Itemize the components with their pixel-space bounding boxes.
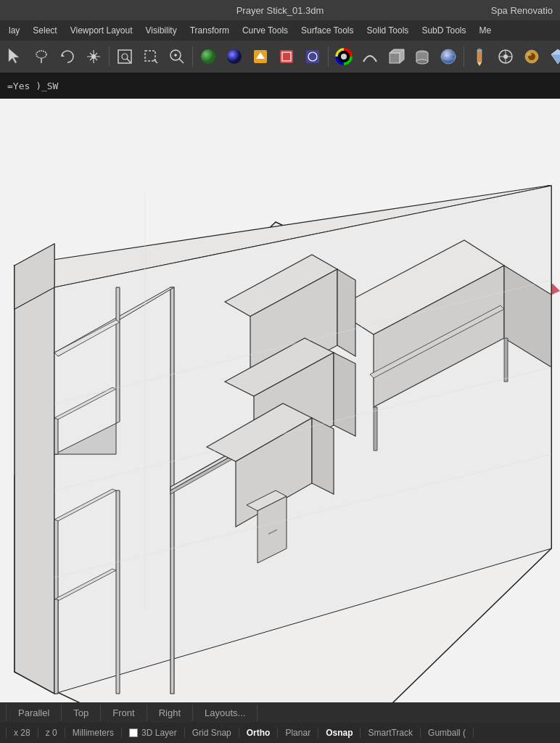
menu-item-transform[interactable]: Transform — [184, 24, 235, 37]
svg-marker-79 — [312, 418, 334, 494]
menu-item-subd-tools[interactable]: SubD Tools — [416, 24, 472, 37]
status-layer[interactable]: 3D Layer — [122, 728, 185, 738]
color-wheel-button[interactable] — [332, 44, 356, 70]
svg-line-7 — [127, 59, 131, 62]
scene-svg — [0, 99, 560, 702]
command-text: =Yes )_SW — [7, 81, 58, 91]
menu-item-visibility[interactable]: Visibility — [140, 24, 183, 37]
svg-marker-84 — [54, 418, 58, 454]
svg-rect-8 — [145, 51, 155, 61]
status-osnap[interactable]: Osnap — [318, 728, 361, 738]
status-grid-snap[interactable]: Grid Snap — [185, 728, 239, 738]
viewport-tab-top[interactable]: Top — [62, 705, 101, 721]
toolbar-separator-3 — [328, 46, 329, 67]
paint-button[interactable] — [519, 44, 544, 70]
menu-item-solid-tools[interactable]: Solid Tools — [361, 24, 415, 37]
viewport-tab-right[interactable]: Right — [147, 705, 193, 721]
status-z[interactable]: z 0 — [38, 728, 65, 738]
toolbar-separator-2 — [192, 46, 193, 67]
menu-item-lay[interactable]: lay — [3, 24, 25, 37]
material-sphere-button[interactable] — [196, 44, 221, 70]
menu-item-viewport-layout[interactable]: Viewport Layout — [65, 24, 139, 37]
svg-point-1 — [36, 51, 46, 58]
pan-button[interactable] — [81, 44, 106, 70]
status-gumball[interactable]: Gumball ( — [421, 728, 474, 738]
viewport-tab-layouts[interactable]: Layouts... — [193, 705, 258, 721]
svg-point-23 — [341, 54, 347, 59]
menubar: lay Select Viewport Layout Visibility Tr… — [0, 20, 560, 41]
svg-rect-24 — [390, 53, 400, 63]
svg-point-33 — [441, 49, 456, 64]
document-title: Prayer Stick_01.3dm — [236, 5, 324, 16]
layer-color-indicator — [129, 728, 138, 737]
layer-name: 3D Layer — [141, 728, 177, 738]
color-picker-button[interactable] — [493, 44, 518, 70]
statusbar: x 28 z 0 Millimeters 3D Layer Grid Snap … — [0, 723, 560, 743]
menu-item-surface-tools[interactable]: Surface Tools — [295, 24, 360, 37]
svg-point-30 — [416, 59, 428, 64]
svg-point-14 — [201, 49, 215, 64]
svg-marker-73 — [337, 269, 355, 356]
toolbar — [0, 41, 560, 73]
svg-marker-89 — [54, 599, 58, 694]
svg-marker-3 — [62, 54, 65, 57]
svg-point-15 — [227, 49, 242, 64]
status-units: Millimeters — [65, 728, 122, 738]
render-sphere-button[interactable] — [222, 44, 247, 70]
svg-marker-47 — [551, 49, 560, 54]
svg-point-45 — [527, 53, 532, 56]
svg-marker-56 — [15, 266, 54, 694]
secondary-title: Spa Renovatio — [491, 5, 553, 16]
zoom-extents-button[interactable] — [112, 44, 137, 70]
svg-point-6 — [122, 54, 128, 59]
zoom-window-button[interactable] — [139, 44, 163, 70]
viewport-tab-parallel[interactable]: Parallel — [6, 705, 62, 721]
svg-line-13 — [179, 59, 184, 63]
gem-button[interactable] — [545, 44, 560, 70]
menu-item-select[interactable]: Select — [27, 24, 62, 37]
curve-tool-button[interactable] — [358, 44, 382, 70]
svg-marker-36 — [477, 62, 482, 66]
svg-point-4 — [91, 54, 96, 59]
viewport-tabs: Parallel Top Front Right Layouts... — [0, 702, 560, 723]
cylinder-button[interactable] — [410, 44, 435, 70]
status-ortho[interactable]: Ortho — [239, 728, 279, 738]
cage-edit-button[interactable] — [274, 44, 299, 70]
direction-arrow-button[interactable] — [248, 44, 273, 70]
sphere-button[interactable] — [436, 44, 461, 70]
svg-point-38 — [479, 49, 481, 51]
select-tool-button[interactable] — [3, 44, 28, 70]
svg-marker-69 — [374, 407, 377, 451]
box-tool-button[interactable] — [384, 44, 408, 70]
toolbar-separator-1 — [109, 46, 110, 67]
svg-point-42 — [503, 54, 508, 59]
menu-item-curve-tools[interactable]: Curve Tools — [236, 24, 294, 37]
toolbar-separator-4 — [464, 46, 464, 67]
pencil-button[interactable] — [467, 44, 492, 70]
titlebar: Prayer Stick_01.3dm Spa Renovatio — [0, 0, 560, 20]
svg-marker-68 — [504, 338, 508, 382]
viewport-tab-front[interactable]: Front — [101, 705, 147, 721]
lasso-select-button[interactable] — [29, 44, 54, 70]
cage-edit2-button[interactable] — [300, 44, 325, 70]
status-x[interactable]: x 28 — [6, 728, 38, 738]
status-smarttrack[interactable]: SmartTrack — [361, 728, 421, 738]
svg-marker-90 — [116, 490, 120, 694]
rotate-view-button[interactable] — [55, 44, 80, 70]
zoom-in-button[interactable] — [165, 44, 189, 70]
menu-item-more[interactable]: Me — [474, 24, 498, 37]
svg-marker-76 — [334, 353, 355, 436]
status-planar[interactable]: Planar — [278, 728, 318, 738]
viewport[interactable] — [0, 99, 560, 702]
svg-marker-0 — [9, 49, 19, 63]
command-area: =Yes )_SW — [0, 73, 560, 99]
